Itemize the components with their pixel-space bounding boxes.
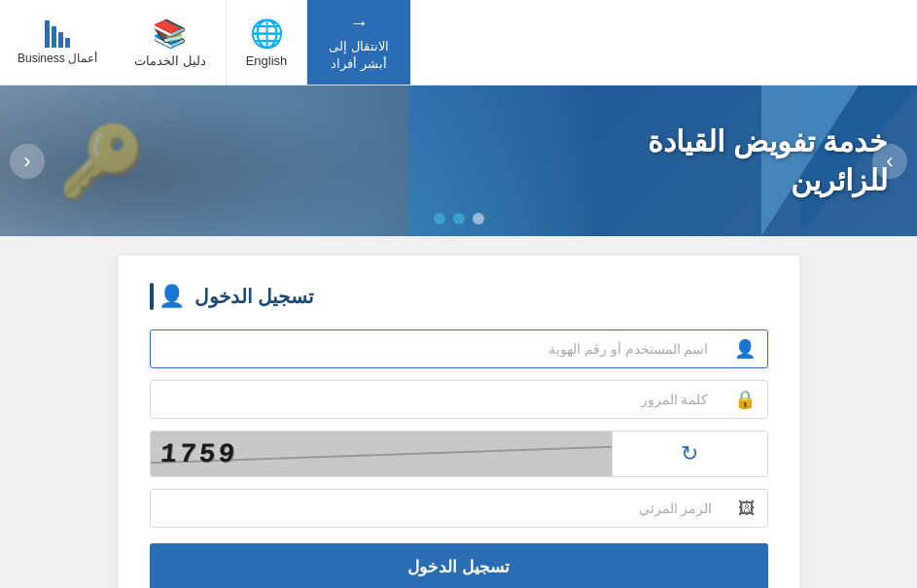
book-icon: 📚 <box>153 17 187 50</box>
captcha-row: ↻ 1759 <box>150 431 768 477</box>
captcha-refresh-button[interactable]: ↻ <box>612 432 767 476</box>
captcha-image: 1759 <box>151 432 612 476</box>
hero-prev-button[interactable]: ‹ <box>10 144 45 179</box>
captcha-code: 1759 <box>159 439 238 469</box>
hero-dot-3[interactable] <box>434 213 445 225</box>
captcha-icon: 🖼 <box>726 499 767 519</box>
services-guide-button[interactable]: 📚 دليل الخدمات <box>115 0 227 85</box>
password-input[interactable] <box>151 381 723 418</box>
main-content: تسجيل الدخول 👤 👤 🔒 ↻ 1759 🖼 <box>0 236 917 588</box>
lock-icon: 🔒 <box>723 389 767 410</box>
captcha-input-container: 🖼 <box>150 489 768 528</box>
english-language-button[interactable]: 🌐 English <box>227 0 308 85</box>
login-header: تسجيل الدخول 👤 <box>150 283 768 310</box>
absher-afrad-button[interactable]: → الانتقال إلى أبشر أفراد <box>307 0 410 85</box>
car-key-icon: 🔑 <box>58 120 146 202</box>
hero-dot-1[interactable] <box>473 213 484 225</box>
hero-dot-2[interactable] <box>453 213 465 225</box>
arrow-icon: → <box>349 12 369 34</box>
login-title: تسجيل الدخول <box>194 285 315 308</box>
hero-dots <box>434 213 484 225</box>
globe-icon: 🌐 <box>250 17 284 50</box>
business-button[interactable]: أعمال Business <box>0 0 115 85</box>
hero-banner: 🔑 خدمة تفويض القيادة للزائرين ‹ › <box>0 86 917 236</box>
top-navigation: → الانتقال إلى أبشر أفراد 🌐 English 📚 دل… <box>0 0 917 86</box>
business-bars-icon <box>45 20 70 48</box>
user-icon: 👤 <box>723 338 767 360</box>
password-field-container: 🔒 <box>150 380 768 419</box>
login-button[interactable]: تسجيل الدخول <box>150 543 768 588</box>
hero-text-block: خدمة تفويض القيادة للزائرين <box>648 121 888 200</box>
hero-title: خدمة تفويض القيادة للزائرين <box>648 121 888 200</box>
hero-next-button[interactable]: › <box>872 144 907 179</box>
cta-label: الانتقال إلى أبشر أفراد <box>329 38 389 73</box>
captcha-input[interactable] <box>151 490 726 527</box>
login-card: تسجيل الدخول 👤 👤 🔒 ↻ 1759 🖼 <box>119 256 799 588</box>
title-bar-decoration <box>150 283 154 310</box>
login-header-icon: 👤 <box>159 284 185 309</box>
username-field-container: 👤 <box>150 329 768 368</box>
username-input[interactable] <box>151 330 723 367</box>
